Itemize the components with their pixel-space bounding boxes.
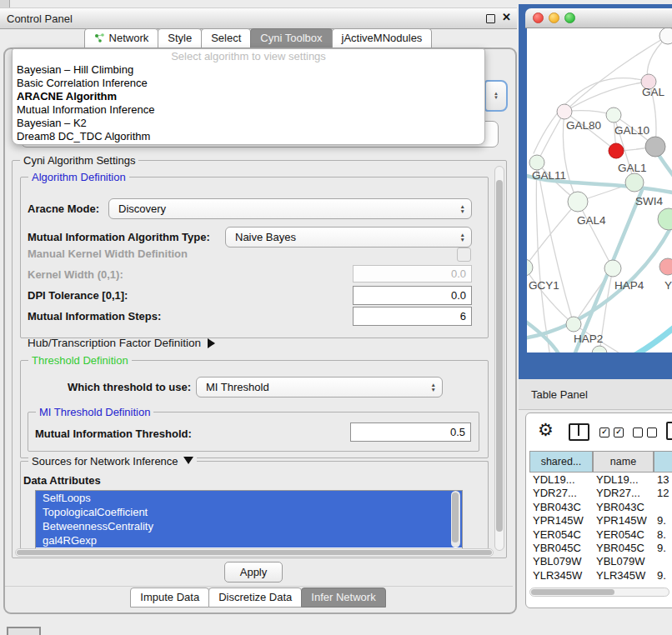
- tab-infer-network[interactable]: Infer Network: [301, 588, 385, 608]
- mi-threshold-field[interactable]: 0.5: [350, 422, 471, 442]
- table-cell: YBR043C: [596, 501, 644, 513]
- attributes-vscroll-thumb[interactable]: [452, 492, 459, 542]
- attribute-item-selfloops[interactable]: SelfLoops: [36, 491, 462, 505]
- table-row[interactable]: YLR345WYLR345W9.: [529, 568, 672, 582]
- table-cell: 9: [657, 582, 663, 583]
- algorithm-option-mutual-information-inference[interactable]: Mutual Information Inference: [13, 103, 484, 117]
- sources-group-title[interactable]: Sources for Network Inference: [28, 455, 197, 468]
- combo-arrows-icon: ▲▼: [425, 382, 442, 392]
- network-node-gal4[interactable]: [568, 192, 588, 212]
- mi-type-combo[interactable]: Naive Bayes ▲▼: [225, 227, 472, 248]
- collapse-arrow-icon: [183, 457, 193, 464]
- table-panel-card: ⚙ ✓✓ shared...name YDL19...YDL19...13YDR…: [525, 412, 672, 608]
- node-label: HAP4: [614, 279, 644, 292]
- table-row[interactable]: YER054CYER054C8.: [529, 528, 672, 541]
- table-hscroll-thumb[interactable]: [531, 589, 614, 595]
- table-cell: YPR145W: [596, 514, 647, 527]
- algorithm-option-dream8-dc-tdc-algorithm[interactable]: Dream8 DC_TDC Algorithm: [13, 130, 484, 143]
- table-cell: YIL052C: [533, 582, 575, 583]
- tab-style[interactable]: Style: [158, 28, 202, 48]
- table-cell: YPR145W: [533, 514, 584, 527]
- tab-select[interactable]: Select: [201, 28, 251, 48]
- aracne-mode-combo[interactable]: Discovery ▲▼: [108, 198, 472, 219]
- network-node-gal1[interactable]: [609, 143, 624, 158]
- algorithm-option-bayesian-hill-climbing[interactable]: Bayesian – Hill Climbing: [13, 63, 484, 77]
- network-node-gal11[interactable]: [529, 155, 544, 170]
- tab-label: jActiveMNodules: [342, 32, 423, 44]
- network-canvas[interactable]: GALGAL80GAL10GAL1GAL11SWI4GAL4GCY1YHAP4H…: [527, 28, 672, 352]
- table-cell: YLR345W: [596, 569, 645, 582]
- algorithm-option-aracne-algorithm[interactable]: ARACNE Algorithm: [13, 90, 484, 103]
- attribute-item-betweennesscentrality[interactable]: BetweennessCentrality: [36, 519, 462, 533]
- algorithm-option-basic-correlation-inference[interactable]: Basic Correlation Inference: [13, 77, 484, 90]
- column-header-2[interactable]: [654, 451, 672, 472]
- network-node-y[interactable]: [659, 258, 672, 275]
- column-view-icon[interactable]: [569, 423, 589, 441]
- hub-tf-expander[interactable]: Hub/Transcription Factor Definition: [28, 337, 215, 349]
- column-header-name[interactable]: name: [593, 451, 654, 472]
- network-node-hap2[interactable]: [566, 317, 581, 332]
- aracne-mode-value: Discovery: [118, 202, 166, 215]
- table-row[interactable]: YBR043CYBR043C: [529, 500, 672, 513]
- network-node-gal10[interactable]: [606, 108, 621, 122]
- table-cell: YLR345W: [533, 569, 582, 582]
- settings-hscroll-thumb[interactable]: [17, 550, 492, 555]
- tab-network[interactable]: Network: [84, 28, 159, 48]
- node-label: GAL: [642, 86, 665, 98]
- settings-vscroll-thumb[interactable]: [496, 180, 503, 532]
- table-row[interactable]: YBL079WYBL079W: [529, 554, 672, 568]
- float-window-icon[interactable]: [486, 14, 495, 23]
- tab-discretize-data[interactable]: Discretize Data: [208, 588, 302, 608]
- select-all-icon[interactable]: ✓✓: [599, 428, 624, 438]
- network-node[interactable]: [592, 346, 607, 352]
- deselect-all-icon[interactable]: [633, 428, 657, 438]
- network-node[interactable]: [659, 28, 672, 44]
- network-node[interactable]: [645, 137, 665, 157]
- network-node[interactable]: [658, 208, 672, 230]
- table-row[interactable]: YBR045CYBR045C9.: [529, 541, 672, 554]
- table-row[interactable]: YDL19...YDL19...13: [529, 472, 672, 486]
- bottom-tab-bar: Impute DataDiscretize DataInfer Network: [0, 588, 517, 608]
- table-cell: YDR27...: [533, 487, 577, 499]
- table-cell: YER054C: [596, 528, 644, 541]
- top-tab-bar: NetworkStyleSelectCyni ToolboxjActiveMNo…: [0, 28, 517, 48]
- algorithm-option-bayesian-k2[interactable]: Bayesian – K2: [13, 117, 484, 130]
- network-node-gcy1[interactable]: [527, 259, 533, 276]
- expander-arrow-icon: [208, 338, 215, 348]
- table-header-row: shared...name: [529, 451, 672, 472]
- settings-vertical-scrollbar[interactable]: [494, 166, 504, 551]
- which-threshold-combo[interactable]: MI Threshold ▲▼: [196, 377, 443, 398]
- mi-steps-field[interactable]: 6: [353, 307, 472, 326]
- dpi-tolerance-field[interactable]: 0.0: [353, 286, 472, 305]
- tab-jactivemnodules[interactable]: jActiveMNodules: [332, 28, 433, 48]
- apply-button[interactable]: Apply: [224, 562, 283, 582]
- mi-type-value: Naive Bayes: [235, 231, 296, 243]
- node-label: GAL1: [618, 162, 647, 174]
- table-horizontal-scrollbar[interactable]: [529, 588, 669, 597]
- screen: Control Panel ✕ NetworkStyleSelectCyni T…: [0, 0, 672, 635]
- tab-impute-data[interactable]: Impute Data: [130, 588, 209, 608]
- table-row[interactable]: YDR27...YDR27...12: [529, 486, 672, 499]
- gear-icon[interactable]: ⚙: [538, 420, 554, 440]
- network-node-gal80[interactable]: [557, 104, 572, 119]
- mac-close-icon[interactable]: [533, 12, 544, 23]
- tab-cyni-toolbox[interactable]: Cyni Toolbox: [250, 28, 332, 48]
- table-row[interactable]: YIL052CYIL052C9: [529, 582, 672, 583]
- combo-spinner-focus[interactable]: ▲▼: [484, 80, 508, 112]
- bottom-left-stub-button[interactable]: [7, 627, 41, 635]
- table-row[interactable]: YPR145WYPR145W9.: [529, 513, 672, 527]
- network-node-hap4[interactable]: [604, 260, 621, 277]
- mac-minimize-icon[interactable]: [549, 12, 559, 23]
- settings-horizontal-scrollbar[interactable]: [15, 548, 494, 557]
- table-cell: YBR045C: [596, 542, 644, 554]
- attributes-vertical-scrollbar[interactable]: [451, 491, 460, 548]
- network-edge: [564, 82, 649, 112]
- table-panel-header: Table Panel: [519, 379, 672, 410]
- close-icon[interactable]: ✕: [502, 11, 511, 23]
- attribute-item-topologicalcoefficient[interactable]: TopologicalCoefficient: [36, 505, 462, 519]
- mac-zoom-icon[interactable]: [564, 12, 575, 23]
- network-node-swi4[interactable]: [625, 173, 644, 192]
- attribute-item-gal4rgexp[interactable]: gal4RGexp: [36, 533, 462, 548]
- column-header-shared[interactable]: shared...: [529, 451, 593, 472]
- page-icon[interactable]: [666, 422, 672, 440]
